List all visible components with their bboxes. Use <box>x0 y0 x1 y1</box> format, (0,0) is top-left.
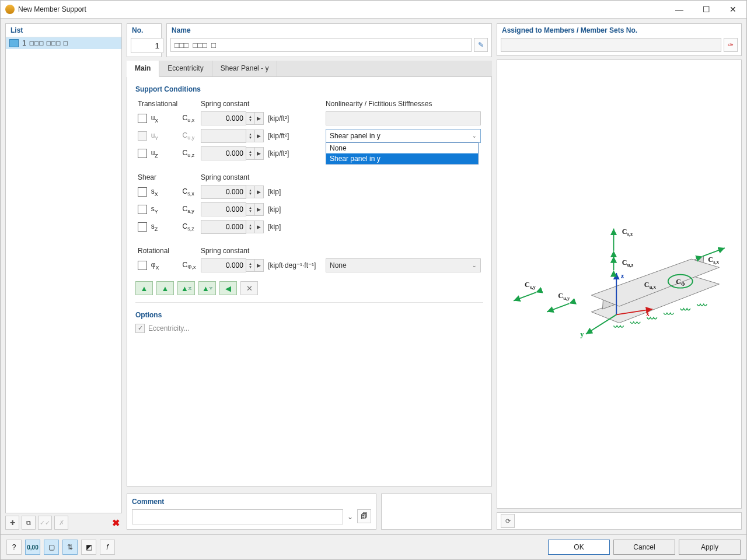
no-label: No. <box>127 24 161 36</box>
name-input[interactable] <box>170 38 472 52</box>
copy-item-button[interactable]: ⧉ <box>22 516 36 530</box>
shear-label: Shear <box>135 172 180 183</box>
spring-constant-label-1: Spring constant <box>198 98 318 110</box>
arrow-right-icon[interactable]: ▶ <box>255 259 264 272</box>
spinner-icon[interactable]: ▲▼ <box>246 220 255 233</box>
notes-icon: 🗐 <box>361 512 368 520</box>
arrow-right-icon[interactable]: ▶ <box>255 220 264 233</box>
member-icon: ⇅ <box>67 543 73 551</box>
comment-library-button[interactable]: 🗐 <box>357 509 371 523</box>
nonlinearity-phix-combo[interactable]: None⌄ <box>326 258 481 272</box>
svg-text:y: y <box>580 330 584 338</box>
checkbox-uz[interactable] <box>138 149 147 158</box>
spring-constant-label-3: Spring constant <box>198 245 318 257</box>
spinner-icon[interactable]: ▲▼ <box>246 259 255 272</box>
view-3-button[interactable]: ◩ <box>81 540 96 555</box>
fx-icon: f <box>106 543 108 551</box>
spring-uz-input[interactable] <box>201 146 246 160</box>
window-close-button[interactable]: ✕ <box>720 1 746 18</box>
edit-name-button[interactable]: ✎ <box>474 38 488 52</box>
titlebar: New Member Support — ☐ ✕ <box>1 1 746 19</box>
checkbox-sy[interactable] <box>138 205 147 214</box>
units-button[interactable]: 0,00 <box>25 540 40 555</box>
view-1-button[interactable]: ▢ <box>44 540 59 555</box>
nonlinearity-uy-combo[interactable]: Shear panel in y⌄ None Shear panel in y <box>326 129 481 143</box>
check-button[interactable]: ✓✓ <box>38 516 52 530</box>
options-title: Options <box>135 311 483 319</box>
spinner-icon[interactable]: ▲▼ <box>246 203 255 216</box>
arrow-right-icon[interactable]: ▶ <box>255 186 264 198</box>
checkbox-phix[interactable] <box>138 261 147 270</box>
svg-line-9 <box>514 292 536 300</box>
chevron-down-icon[interactable]: ⌄ <box>345 513 355 521</box>
checkbox-sz[interactable] <box>138 222 147 232</box>
checkbox-ux[interactable] <box>138 114 147 123</box>
pick-members-button[interactable]: ✑ <box>724 38 738 52</box>
nonlinearity-uy-dropdown: None Shear panel in y <box>326 142 479 164</box>
ok-button[interactable]: OK <box>548 540 610 555</box>
square-icon: ▢ <box>48 543 55 551</box>
arrow-right-icon[interactable]: ▶ <box>255 147 264 160</box>
tab-eccentricity[interactable]: Eccentricity <box>159 61 212 76</box>
fx-button[interactable]: f <box>100 540 115 555</box>
preview-toolbar: ⟳ <box>497 512 742 530</box>
spring-constant-label-2: Spring constant <box>198 172 318 183</box>
spring-uy-input <box>201 129 246 143</box>
delete-item-button[interactable]: ✖ <box>109 516 122 529</box>
svg-text:Cs,z: Cs,z <box>622 228 633 237</box>
dropdown-option-shear-panel-y[interactable]: Shear panel in y <box>326 153 478 164</box>
chevron-down-icon: ⌄ <box>472 133 477 139</box>
checkbox-uy <box>138 131 147 141</box>
no-input[interactable] <box>131 38 163 53</box>
list-panel: List 1 □□□ □□□ □ <box>5 23 122 513</box>
tab-main-body: Support Conditions Translational Spring … <box>127 77 492 487</box>
assigned-label: Assigned to Members / Member Sets No. <box>497 24 741 36</box>
uncheck-button[interactable]: ✗ <box>54 516 68 530</box>
preset-x-button[interactable]: ▲X <box>177 281 195 295</box>
preset-y-button[interactable]: ▲Y <box>198 281 216 295</box>
preset-4-button[interactable]: ◀ <box>219 281 237 295</box>
app-icon <box>5 5 15 14</box>
assigned-input[interactable] <box>501 38 721 52</box>
comment-input[interactable] <box>132 509 343 524</box>
list-row[interactable]: 1 □□□ □□□ □ <box>6 37 121 49</box>
list-toolbar: ✚ ⧉ ✓✓ ✗ ✖ <box>5 516 122 530</box>
view-2-button[interactable]: ⇅ <box>62 540 78 555</box>
arrow-right-icon[interactable]: ▶ <box>255 203 264 216</box>
nonlinearity-ux-combo[interactable] <box>326 111 481 125</box>
list-header: List <box>6 24 121 37</box>
svg-text:Cu,z: Cu,z <box>622 258 634 268</box>
dropdown-option-none[interactable]: None <box>326 143 478 153</box>
svg-text:x: x <box>646 310 650 318</box>
help-icon: ? <box>12 543 16 551</box>
spinner-icon: ▲▼ <box>246 130 255 142</box>
apply-button[interactable]: Apply <box>679 540 741 555</box>
preset-none-button[interactable]: ✕ <box>240 281 258 295</box>
spring-sz-input[interactable] <box>201 220 246 234</box>
tabbar: Main Eccentricity Shear Panel - y <box>127 61 492 77</box>
preset-fixed-button[interactable]: ▲ <box>156 281 174 295</box>
preset-hinged-button[interactable]: ▲ <box>135 281 153 295</box>
spinner-icon[interactable]: ▲▼ <box>246 147 255 160</box>
spring-phix-input[interactable] <box>201 258 246 272</box>
window-maximize-button[interactable]: ☐ <box>693 1 720 18</box>
preview-refresh-button[interactable]: ⟳ <box>501 514 515 528</box>
svg-line-10 <box>547 303 569 312</box>
tab-main[interactable]: Main <box>127 61 159 77</box>
new-item-button[interactable]: ✚ <box>5 516 19 530</box>
spring-ux-input[interactable] <box>201 111 246 125</box>
spinner-icon[interactable]: ▲▼ <box>246 112 255 125</box>
spring-sy-input[interactable] <box>201 202 246 216</box>
list-swatch-icon <box>9 39 19 47</box>
comment-aux-panel <box>381 494 492 530</box>
list-row-text: □□□ □□□ □ <box>30 39 68 47</box>
tab-shear-panel-y[interactable]: Shear Panel - y <box>212 61 278 76</box>
help-button[interactable]: ? <box>6 540 22 555</box>
arrow-right-icon[interactable]: ▶ <box>255 112 264 125</box>
window-minimize-button[interactable]: — <box>666 1 693 18</box>
cancel-button[interactable]: Cancel <box>613 540 675 555</box>
svg-text:Cs,y: Cs,y <box>525 281 536 290</box>
spring-sx-input[interactable] <box>201 185 246 199</box>
checkbox-sx[interactable] <box>138 187 147 197</box>
spinner-icon[interactable]: ▲▼ <box>246 186 255 198</box>
